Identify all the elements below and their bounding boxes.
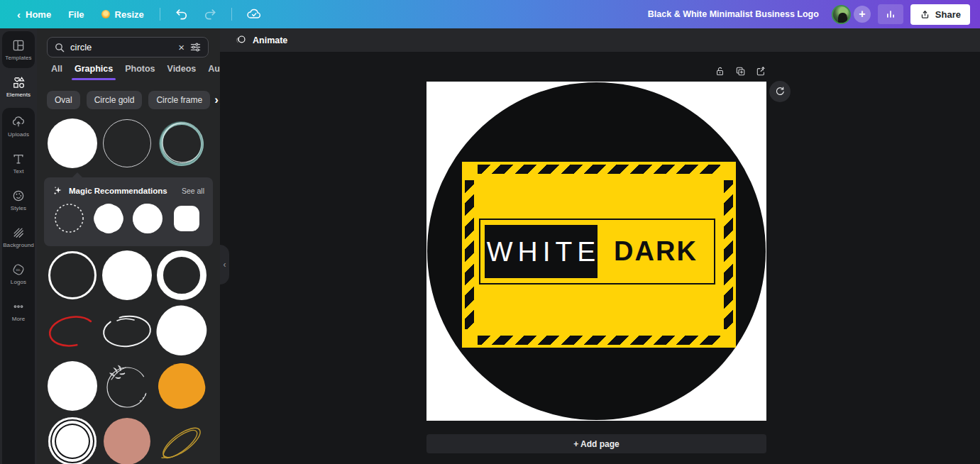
add-page-button[interactable]: + Add page <box>426 434 766 453</box>
duplicate-page-button[interactable] <box>734 65 747 77</box>
magic-recommendations-box: Magic Recommendations See all <box>44 177 213 246</box>
graphic-orange-blob-circle[interactable] <box>156 360 207 411</box>
graphic-medium-outline-circle[interactable] <box>47 250 98 301</box>
sidebar-rail: Templates Elements Uploads Text <box>0 28 37 464</box>
file-label: File <box>68 9 84 20</box>
chips-scroll-arrow[interactable]: › <box>214 93 219 107</box>
see-all-link[interactable]: See all <box>182 187 204 195</box>
sidebar-item-uploads[interactable]: Uploads <box>2 108 35 145</box>
styles-icon <box>11 189 26 203</box>
sidebar-item-background[interactable]: Background <box>2 219 35 255</box>
duplicate-icon <box>734 65 747 77</box>
logo-white-text: WHITE <box>482 236 601 267</box>
templates-icon <box>11 38 26 53</box>
logo-black-circle[interactable]: WHITE DARK <box>427 82 766 420</box>
tab-videos[interactable]: Videos <box>167 64 197 80</box>
add-page-icon <box>755 65 767 77</box>
share-upload-icon <box>920 9 930 20</box>
page-controls <box>714 65 767 77</box>
clear-search-icon[interactable]: × <box>178 42 185 53</box>
document-title: Black & White Minimalist Business Logo <box>648 9 819 19</box>
elements-icon <box>11 75 26 89</box>
add-member-button[interactable]: + <box>854 6 871 23</box>
back-chevron-icon: ‹ <box>17 9 21 20</box>
sidebar-item-styles[interactable]: Styles <box>2 182 35 219</box>
bar-chart-icon <box>884 9 897 20</box>
graphic-white-sketch-ellipse[interactable] <box>101 305 153 356</box>
add-page-above-button[interactable] <box>755 65 767 77</box>
thick-ring-shape <box>157 250 207 300</box>
rotate-button[interactable] <box>769 81 791 102</box>
sidebar-item-templates[interactable]: Templates <box>2 31 35 68</box>
file-button[interactable]: File <box>61 5 91 24</box>
graphic-pink-filled-circle[interactable] <box>101 416 153 464</box>
graphic-white-filled-circle-3[interactable] <box>47 360 98 411</box>
logos-icon: co. <box>11 263 26 277</box>
share-label: Share <box>935 9 961 20</box>
search-input[interactable] <box>70 42 173 53</box>
logo-dark-text: DARK <box>614 236 698 267</box>
home-button[interactable]: ‹ Home <box>10 5 58 24</box>
lock-button[interactable] <box>714 65 726 77</box>
design-page[interactable]: WHITE DARK <box>426 82 766 421</box>
graphic-wavy-square[interactable] <box>170 201 203 235</box>
graphic-white-filled-circle-2[interactable] <box>101 250 153 301</box>
save-status-button[interactable] <box>241 3 268 26</box>
animate-label: Animate <box>253 35 287 45</box>
graphic-gold-sketch-ellipse[interactable] <box>156 416 207 464</box>
pro-badge-icon <box>101 10 110 18</box>
collapse-panel-handle[interactable]: ‹ <box>220 245 229 285</box>
tab-photos[interactable]: Photos <box>125 64 155 80</box>
resize-button[interactable]: Resize <box>94 5 151 24</box>
graphic-wavy-circle[interactable] <box>131 201 164 235</box>
filter-sliders-icon[interactable] <box>189 41 202 53</box>
chip-oval[interactable]: Oval <box>47 91 80 109</box>
tab-graphics[interactable]: Graphics <box>75 64 113 80</box>
sidebar-item-more[interactable]: More <box>2 292 35 329</box>
tab-all[interactable]: All <box>51 64 62 80</box>
avatar[interactable] <box>832 5 851 24</box>
animate-icon <box>235 34 247 46</box>
logo-dark-box: DARK <box>598 236 714 267</box>
gold-sketch-ellipse-shape <box>156 416 207 464</box>
canvas-area: Animate ‹ <box>220 28 980 464</box>
insights-button[interactable] <box>878 4 903 24</box>
redo-button[interactable] <box>197 4 223 25</box>
hazard-stripes-top <box>478 165 720 174</box>
sidebar-item-elements[interactable]: Elements <box>0 68 37 105</box>
sidebar-item-logos[interactable]: co. Logos <box>2 255 35 292</box>
wavy-circle-shape <box>133 204 163 233</box>
graphic-red-sketch-ellipse[interactable] <box>47 305 98 356</box>
text-icon <box>11 152 26 166</box>
graphic-dashed-circle[interactable] <box>53 201 86 235</box>
graphic-thick-ring-circle[interactable] <box>156 250 207 301</box>
share-button[interactable]: Share <box>910 4 970 25</box>
wavy-square-shape <box>174 206 199 231</box>
teal-brush-circle-shape <box>157 118 207 168</box>
white-sketch-ellipse-shape <box>101 305 153 356</box>
undo-button[interactable] <box>169 4 194 25</box>
graphic-thin-outline-circle[interactable] <box>101 118 153 169</box>
media-tabs: All Graphics Photos Videos Audio <box>51 64 220 80</box>
graphic-teal-brush-circle[interactable] <box>156 118 207 169</box>
search-suggestion-chips: Oval Circle gold Circle frame Half c <box>47 91 214 109</box>
orange-blob-shape <box>156 361 207 411</box>
outline-circle-shape <box>103 119 151 167</box>
graphic-rough-filled-circle[interactable] <box>156 305 207 356</box>
tab-audio[interactable]: Audio <box>208 64 220 80</box>
search-icon <box>54 42 65 53</box>
animate-button[interactable]: Animate <box>229 31 293 50</box>
sidebar-item-text[interactable]: Text <box>2 145 35 182</box>
chip-circle-gold[interactable]: Circle gold <box>87 91 143 109</box>
graphic-white-filled-circle[interactable] <box>47 118 98 169</box>
graphic-double-ring-circle[interactable] <box>47 416 98 464</box>
sparkle-icon <box>53 185 63 196</box>
chip-circle-frame[interactable]: Circle frame <box>148 91 210 109</box>
graphic-scalloped-blob[interactable] <box>92 201 125 235</box>
divider <box>160 8 160 21</box>
logo-hazard-rectangle[interactable]: WHITE DARK <box>462 162 736 348</box>
plus-icon: + <box>859 8 865 21</box>
scalloped-blob-shape <box>95 205 122 232</box>
graphic-leaf-wreath-circle[interactable] <box>101 360 153 411</box>
white-circle-shape <box>48 361 97 411</box>
